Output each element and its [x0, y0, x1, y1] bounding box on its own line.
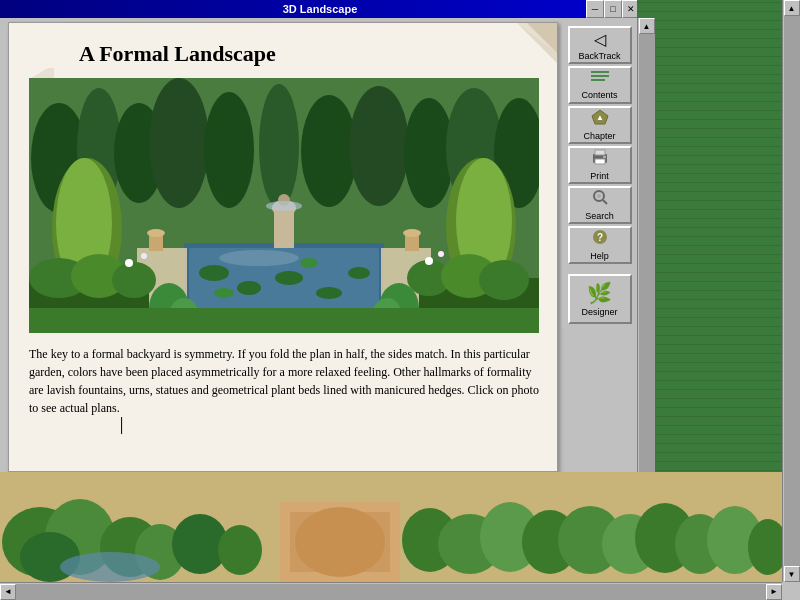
- scroll-track-main: [639, 34, 655, 544]
- bottom-scrollbar: ◄ ►: [0, 582, 782, 600]
- page-body-text: The key to a formal backyard is symmetry…: [29, 345, 539, 417]
- window-title: 3D Landscape: [283, 3, 358, 15]
- right-scroll-up-button[interactable]: ▲: [784, 0, 800, 16]
- search-label: Search: [585, 211, 614, 221]
- chapter-label: Chapter: [583, 131, 615, 141]
- svg-rect-64: [603, 156, 606, 158]
- svg-text:▲: ▲: [596, 113, 604, 122]
- svg-line-66: [603, 200, 607, 204]
- svg-point-34: [403, 229, 421, 237]
- scroll-left-button[interactable]: ◄: [0, 584, 16, 600]
- chapter-icon: ▲: [591, 109, 609, 129]
- svg-point-67: [597, 194, 601, 198]
- bottom-landscape-view: [0, 472, 782, 582]
- right-scrollbar: ▲ ▼: [782, 0, 800, 582]
- chapter-button[interactable]: ▲ Chapter: [568, 106, 632, 144]
- help-button[interactable]: ? Help: [568, 226, 632, 264]
- svg-point-22: [348, 267, 370, 279]
- scroll-up-button[interactable]: ▲: [639, 18, 655, 34]
- svg-point-8: [349, 86, 409, 206]
- svg-rect-47: [29, 308, 539, 333]
- svg-point-42: [479, 260, 529, 300]
- svg-text:?: ?: [596, 232, 602, 243]
- backtrack-icon: ◁: [594, 30, 606, 49]
- svg-point-91: [60, 552, 160, 582]
- print-icon: [591, 149, 609, 169]
- svg-point-32: [147, 229, 165, 237]
- contents-icon: [591, 70, 609, 88]
- search-button[interactable]: Search: [568, 186, 632, 224]
- contents-button[interactable]: Contents: [568, 66, 632, 104]
- designer-icon: 🌿: [587, 281, 612, 305]
- help-icon: ?: [591, 229, 609, 249]
- svg-point-5: [204, 92, 254, 208]
- svg-point-7: [301, 95, 357, 207]
- right-scroll-down-button[interactable]: ▼: [784, 566, 800, 582]
- print-button[interactable]: Print: [568, 146, 632, 184]
- svg-point-51: [438, 251, 444, 257]
- svg-point-18: [199, 265, 229, 281]
- designer-button[interactable]: 🌿 Designer: [568, 274, 632, 324]
- contents-label: Contents: [581, 90, 617, 100]
- maximize-button[interactable]: □: [604, 0, 622, 18]
- svg-point-28: [266, 201, 302, 211]
- scroll-track-horizontal: [16, 584, 766, 600]
- svg-point-24: [300, 258, 318, 268]
- garden-photo[interactable]: [29, 78, 539, 333]
- svg-point-48: [125, 259, 133, 267]
- svg-rect-57: [591, 75, 609, 77]
- minimize-button[interactable]: ─: [586, 0, 604, 18]
- svg-point-73: [295, 507, 385, 577]
- svg-point-38: [112, 262, 156, 298]
- designer-label: Designer: [581, 307, 617, 317]
- svg-point-6: [259, 84, 299, 208]
- backtrack-button[interactable]: ◁ BackTrack: [568, 26, 632, 64]
- help-label: Help: [590, 251, 609, 261]
- svg-point-19: [237, 281, 261, 295]
- sidebar-navigation: ◁ BackTrack Contents ▲ Chapter: [562, 22, 637, 328]
- page-title: A Formal Landscape: [79, 41, 276, 67]
- svg-point-80: [218, 525, 262, 575]
- svg-rect-58: [591, 79, 605, 81]
- mouse-cursor: │: [118, 418, 127, 432]
- svg-point-4: [149, 78, 209, 208]
- svg-rect-56: [591, 71, 609, 73]
- svg-point-20: [275, 271, 303, 285]
- page-curl: [517, 23, 557, 63]
- search-icon: [591, 189, 609, 209]
- svg-rect-63: [595, 159, 605, 164]
- backtrack-label: BackTrack: [578, 51, 620, 61]
- title-bar: 3D Landscape ─ □ ✕: [0, 0, 640, 18]
- svg-marker-55: [517, 23, 557, 53]
- svg-point-23: [214, 288, 234, 298]
- svg-point-49: [141, 253, 147, 259]
- svg-rect-62: [595, 150, 605, 155]
- scroll-right-button[interactable]: ►: [766, 584, 782, 600]
- book-page: 1 A Formal Landscape: [8, 22, 558, 472]
- svg-point-21: [316, 287, 342, 299]
- print-label: Print: [590, 171, 609, 181]
- title-bar-controls: ─ □ ✕: [586, 0, 640, 18]
- svg-point-52: [219, 250, 299, 266]
- svg-point-50: [425, 257, 433, 265]
- right-scroll-track: [784, 16, 800, 566]
